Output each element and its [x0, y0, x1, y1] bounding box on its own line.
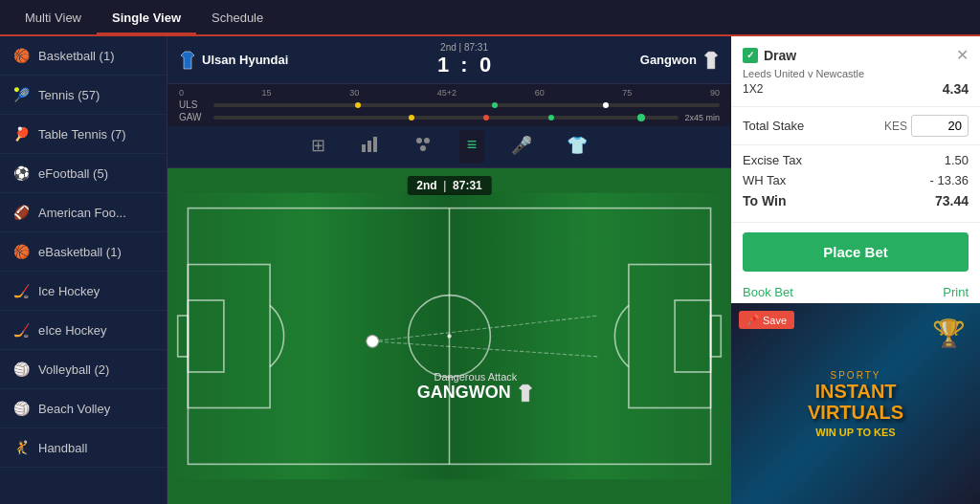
bet-slip-title: ✓ Draw [743, 48, 796, 63]
tab-live[interactable]: ⊞ [303, 130, 333, 164]
timeline: 0 15 30 45+2 60 75 90 ULS GAW [167, 84, 731, 126]
win-label: WIN UP TO KES [808, 427, 903, 438]
bet-title-text: Draw [764, 48, 796, 63]
sidebar-item-ebasketball[interactable]: 🏀 eBasketball (1) [0, 232, 167, 272]
attack-jersey-icon [517, 383, 534, 404]
pitch-period: 2nd [416, 179, 436, 192]
sidebar-item-ice-hockey[interactable]: 🏒 Ice Hockey [0, 272, 167, 311]
score-away: 0 [479, 53, 491, 77]
place-bet-button[interactable]: Place Bet [743, 232, 969, 272]
basketball-icon: 🏀 [11, 46, 31, 65]
sidebar-item-efootball[interactable]: ⚽ eFootball (5) [0, 154, 167, 193]
home-timeline-track [213, 103, 720, 107]
tab-schedule[interactable]: Schedule [196, 3, 278, 33]
trophy-icon: 🏆 [932, 318, 966, 349]
sidebar-item-label: Ice Hockey [38, 284, 100, 298]
away-abbr: GAW [179, 112, 208, 122]
event-dot [483, 115, 489, 121]
beach-volley-icon: 🏐 [11, 399, 31, 418]
svg-rect-0 [362, 144, 366, 152]
right-panel: ✓ Draw ✕ Leeds United v Newcastle 1X2 4.… [731, 36, 980, 504]
tab-single-view[interactable]: Single View [97, 3, 196, 33]
sidebar-item-label: eBasketball (1) [38, 245, 122, 259]
home-team: Ulsan Hyundai [179, 50, 288, 71]
score-period-time: 2nd | 87:31 [437, 42, 491, 53]
current-position-dot [637, 114, 645, 121]
sidebar-item-american-football[interactable]: 🏈 American Foo... [0, 193, 167, 232]
pitch-time-badge: 2nd | 87:31 [407, 176, 492, 195]
away-timeline-track [213, 116, 679, 120]
svg-rect-2 [373, 137, 377, 152]
tab-commentary[interactable]: ≡ [459, 130, 485, 164]
away-team: Gangwon [640, 50, 720, 71]
sidebar-item-tennis[interactable]: 🎾 Tennis (57) [0, 76, 167, 115]
score-block: 2nd | 87:31 1 : 0 [437, 42, 491, 77]
bet-slip: ✓ Draw ✕ Leeds United v Newcastle 1X2 4.… [731, 36, 980, 107]
to-win-value: 73.44 [935, 193, 969, 208]
event-dot [409, 115, 414, 121]
handball-icon: 🤾 [11, 438, 31, 457]
tennis-icon: 🎾 [11, 85, 31, 104]
sidebar-item-table-tennis[interactable]: 🏓 Table Tennis (7) [0, 115, 167, 154]
sidebar-item-label: Tennis (57) [38, 88, 100, 102]
tax-section: Excise Tax 1.50 WH Tax - 13.36 To Win 73… [731, 145, 980, 223]
eice-hockey-icon: 🏒 [11, 320, 31, 340]
lineup-icon [413, 135, 433, 154]
wh-tax-value: - 13.36 [930, 173, 969, 187]
away-team-name: Gangwon [640, 53, 697, 67]
tab-lineup[interactable] [406, 130, 440, 164]
american-football-icon: 🏈 [11, 203, 31, 222]
sidebar-item-label: Volleyball (2) [38, 362, 109, 377]
bet-type-label: 1X2 [743, 82, 763, 96]
sidebar-item-basketball[interactable]: 🏀 Basketball (1) [0, 36, 167, 76]
instant-virtuals-title: INSTANT VIRTUALS [808, 381, 903, 423]
match-header: Ulsan Hyundai 2nd | 87:31 1 : 0 Gangwon [167, 36, 731, 84]
sidebar-item-eice-hockey[interactable]: 🏒 eIce Hockey [0, 311, 167, 350]
svg-point-10 [447, 334, 451, 338]
sidebar-item-beach-volley[interactable]: 🏐 Beach Volley [0, 389, 167, 428]
bet-checkbox[interactable]: ✓ [743, 48, 758, 63]
excise-tax-row: Excise Tax 1.50 [743, 153, 969, 167]
event-dot [548, 115, 554, 121]
print-link[interactable]: Print [943, 285, 969, 299]
stake-input-group: KES [884, 115, 969, 137]
score-home: 1 [437, 53, 449, 77]
total-stake-label: Total Stake [743, 119, 804, 133]
sidebar-item-label: Basketball (1) [38, 49, 114, 63]
bet-slip-close-button[interactable]: ✕ [956, 46, 969, 64]
attack-team-name: GANGWON [417, 383, 534, 404]
attack-label: Dangerous Attack GANGWON [417, 371, 534, 404]
virtuals-banner[interactable]: 📌 Save Sporty INSTANT VIRTUALS WIN UP TO… [731, 303, 980, 504]
virtuals-text: Sporty INSTANT VIRTUALS WIN UP TO KES [808, 370, 903, 438]
main-layout: 🏀 Basketball (1) 🎾 Tennis (57) 🏓 Table T… [0, 36, 980, 504]
to-win-row: To Win 73.44 [743, 193, 969, 208]
duration-label: 2x45 min [684, 113, 720, 122]
attack-title-text: Dangerous Attack [417, 371, 534, 383]
timeline-labels: 0 15 30 45+2 60 75 90 [179, 88, 720, 99]
away-team-jersey-icon [702, 50, 720, 71]
sidebar-item-volleyball[interactable]: 🏐 Volleyball (2) [0, 350, 167, 389]
currency-label: KES [884, 120, 907, 133]
ice-hockey-icon: 🏒 [11, 281, 31, 300]
tab-shirt[interactable]: 👕 [559, 130, 595, 164]
tab-audio[interactable]: 🎤 [503, 130, 540, 164]
save-button[interactable]: 📌 Save [739, 311, 794, 329]
svg-point-5 [420, 145, 426, 151]
match-tabs: ⊞ ≡ 🎤 👕 [167, 126, 731, 168]
bet-slip-header: ✓ Draw ✕ [743, 46, 969, 64]
home-abbr: ULS [179, 99, 208, 110]
sidebar-item-label: eFootball (5) [38, 166, 108, 181]
bet-match-text: Leeds United v Newcastle [743, 68, 969, 79]
sidebar: 🏀 Basketball (1) 🎾 Tennis (57) 🏓 Table T… [0, 36, 167, 504]
svg-rect-1 [368, 141, 371, 152]
tab-multi-view[interactable]: Multi View [10, 3, 97, 33]
volleyball-icon: 🏐 [11, 360, 31, 379]
home-team-jersey-icon [179, 50, 196, 71]
stake-input[interactable] [911, 115, 969, 137]
stake-row: Total Stake KES [731, 107, 980, 145]
tab-stats[interactable] [352, 130, 387, 164]
book-bet-link[interactable]: Book Bet [743, 285, 793, 299]
sidebar-item-handball[interactable]: 🤾 Handball [0, 428, 167, 468]
home-team-name: Ulsan Hyundai [202, 53, 288, 67]
excise-tax-label: Excise Tax [743, 153, 802, 167]
